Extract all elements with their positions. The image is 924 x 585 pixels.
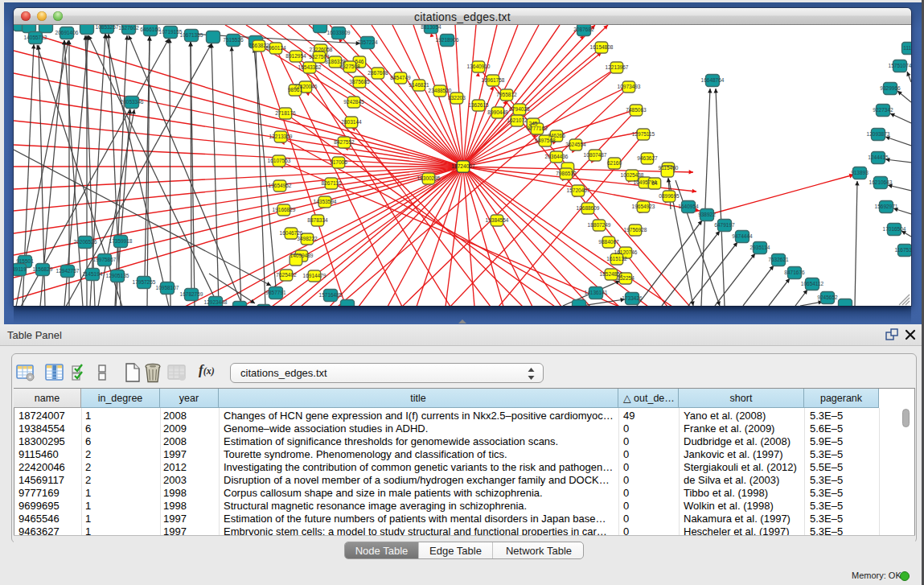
svg-text:1112: 1112 xyxy=(903,45,911,51)
svg-text:1621072: 1621072 xyxy=(507,117,528,123)
svg-text:2867608: 2867608 xyxy=(368,70,388,76)
svg-text:12213967: 12213967 xyxy=(606,64,629,70)
svg-text:1362615: 1362615 xyxy=(468,102,489,108)
svg-text:9474444: 9474444 xyxy=(732,233,753,239)
svg-text:6466160: 6466160 xyxy=(140,27,161,32)
svg-text:913893: 913893 xyxy=(851,170,869,175)
svg-text:12905135: 12905135 xyxy=(106,273,129,278)
svg-text:16210643: 16210643 xyxy=(869,179,893,185)
svg-text:19756928: 19756928 xyxy=(624,227,647,233)
svg-text:1615132: 1615132 xyxy=(606,256,627,262)
svg-text:8454749: 8454749 xyxy=(390,75,411,80)
svg-text:8427552: 8427552 xyxy=(334,139,355,145)
svg-text:1244415: 1244415 xyxy=(868,154,889,160)
svg-text:18724007: 18724007 xyxy=(451,163,475,169)
svg-text:8878334: 8878334 xyxy=(307,217,328,223)
svg-text:9242845: 9242845 xyxy=(343,99,364,105)
svg-text:12213369: 12213369 xyxy=(269,134,293,139)
svg-text:12975115: 12975115 xyxy=(632,131,655,137)
svg-text:16961758: 16961758 xyxy=(482,77,505,83)
svg-text:14099489: 14099489 xyxy=(290,253,314,258)
svg-text:2087682: 2087682 xyxy=(573,27,594,32)
svg-text:20053346: 20053346 xyxy=(121,99,144,105)
svg-text:1640954: 1640954 xyxy=(678,204,699,209)
svg-text:3875685: 3875685 xyxy=(349,79,370,84)
svg-text:10853257: 10853257 xyxy=(96,25,119,30)
svg-text:10688609: 10688609 xyxy=(577,205,600,211)
svg-text:16782759: 16782759 xyxy=(180,291,203,297)
svg-text:3498222: 3498222 xyxy=(297,236,318,241)
svg-text:64: 64 xyxy=(651,180,658,186)
svg-text:1733426: 1733426 xyxy=(622,295,643,301)
svg-text:15716485: 15716485 xyxy=(319,292,343,298)
svg-text:6794028: 6794028 xyxy=(509,106,530,112)
svg-text:832203: 832203 xyxy=(448,95,466,101)
svg-text:7955812: 7955812 xyxy=(496,92,517,97)
svg-text:9245652: 9245652 xyxy=(817,295,838,300)
svg-text:23488520: 23488520 xyxy=(429,88,452,93)
svg-text:16120746: 16120746 xyxy=(614,249,638,255)
svg-text:13640910: 13640910 xyxy=(467,64,491,69)
svg-text:16107553: 16107553 xyxy=(268,158,291,163)
svg-text:1156829: 1156829 xyxy=(33,266,53,272)
svg-text:39119: 39119 xyxy=(14,266,27,272)
svg-text:17957255: 17957255 xyxy=(133,279,156,285)
svg-text:15720407: 15720407 xyxy=(567,187,590,193)
svg-text:15751074: 15751074 xyxy=(889,63,911,68)
svg-text:16046726: 16046726 xyxy=(280,230,303,236)
svg-text:18300295: 18300295 xyxy=(417,175,441,181)
svg-text:8990448: 8990448 xyxy=(487,109,508,115)
svg-text:12093873: 12093873 xyxy=(867,131,890,137)
svg-text:0899695: 0899695 xyxy=(659,193,680,199)
svg-text:8813054: 8813054 xyxy=(421,25,441,30)
svg-text:9227342: 9227342 xyxy=(873,107,893,113)
svg-text:2935114: 2935114 xyxy=(750,245,770,250)
svg-text:10973493: 10973493 xyxy=(618,84,641,89)
svg-text:23226058: 23226058 xyxy=(310,47,333,52)
svg-text:8960124: 8960124 xyxy=(265,45,286,51)
svg-text:8267110: 8267110 xyxy=(322,180,342,186)
svg-text:16914479: 16914479 xyxy=(303,273,326,278)
svg-text:19654952: 19654952 xyxy=(269,183,292,188)
svg-text:18807249: 18807249 xyxy=(588,222,611,228)
svg-text:2803144: 2803144 xyxy=(341,119,362,125)
svg-text:20206526: 20206526 xyxy=(74,239,97,245)
svg-text:62160: 62160 xyxy=(607,160,622,166)
svg-text:938922: 938922 xyxy=(698,212,716,217)
svg-text:9777169: 9777169 xyxy=(527,126,548,131)
svg-text:19975867: 19975867 xyxy=(93,257,117,262)
svg-text:915501: 915501 xyxy=(16,258,34,264)
svg-text:7632621: 7632621 xyxy=(768,257,789,262)
svg-text:19384554: 19384554 xyxy=(486,217,509,223)
svg-text:19166829: 19166829 xyxy=(273,207,296,212)
svg-text:252254: 252254 xyxy=(617,275,634,281)
svg-text:1167533: 1167533 xyxy=(895,247,911,253)
svg-text:20691406: 20691406 xyxy=(55,30,79,35)
svg-text:9857791: 9857791 xyxy=(265,290,286,295)
svg-text:20364436: 20364436 xyxy=(545,154,569,159)
svg-text:19218906: 19218906 xyxy=(436,37,459,43)
svg-text:16154808: 16154808 xyxy=(590,44,614,50)
svg-text:10025438: 10025438 xyxy=(621,172,644,178)
svg-text:16543362: 16543362 xyxy=(298,64,322,70)
svg-text:17359918: 17359918 xyxy=(109,238,133,244)
svg-text:10654112: 10654112 xyxy=(801,281,824,286)
svg-text:9115460: 9115460 xyxy=(659,165,679,171)
svg-text:14055712: 14055712 xyxy=(24,35,47,40)
svg-text:7357224: 7357224 xyxy=(357,39,378,45)
svg-text:14136141: 14136141 xyxy=(585,290,608,295)
svg-text:9463627: 9463627 xyxy=(637,155,658,161)
svg-text:17016504: 17016504 xyxy=(883,226,906,232)
svg-text:19654923: 19654923 xyxy=(632,204,655,209)
svg-text:16033809: 16033809 xyxy=(327,30,351,35)
svg-text:14353594: 14353594 xyxy=(314,199,337,204)
svg-text:10807487: 10807487 xyxy=(584,152,607,158)
svg-text:12942757: 12942757 xyxy=(56,268,80,274)
svg-text:7625402: 7625402 xyxy=(276,272,297,278)
svg-text:98961: 98961 xyxy=(288,87,302,93)
svg-text:1527602: 1527602 xyxy=(118,25,139,31)
svg-text:10671355: 10671355 xyxy=(180,32,203,38)
svg-text:8912954: 8912954 xyxy=(285,53,306,59)
svg-text:9884067: 9884067 xyxy=(598,239,619,245)
svg-text:3624554: 3624554 xyxy=(565,142,586,147)
